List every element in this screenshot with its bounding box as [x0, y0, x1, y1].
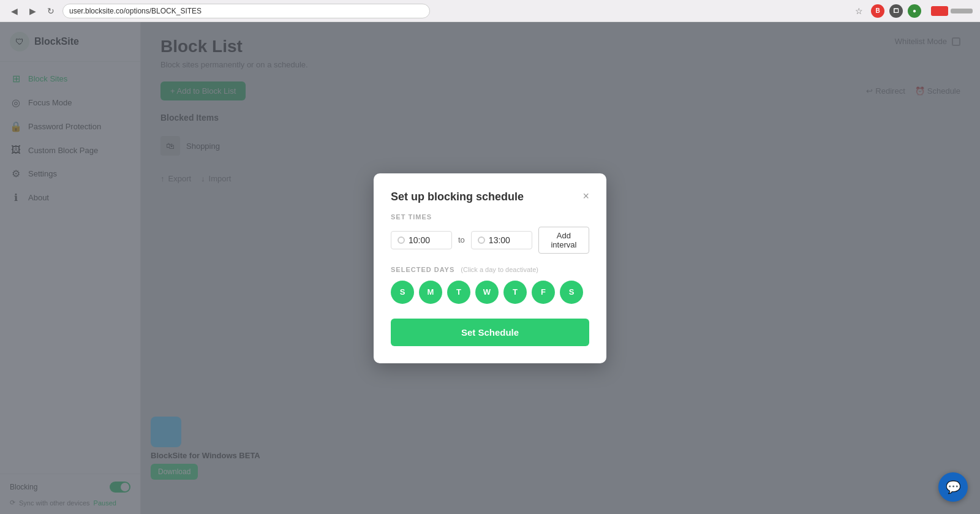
start-time-input[interactable]: [409, 235, 445, 245]
days-row: S M T W T F S: [391, 281, 589, 304]
blocksite-ext-icon: B: [871, 4, 884, 18]
reload-button[interactable]: ↻: [44, 4, 58, 18]
day-thursday-button[interactable]: T: [503, 281, 527, 304]
days-hint: (Click a day to deactivate): [461, 266, 538, 273]
end-time-radio[interactable]: [478, 236, 485, 244]
forward-button[interactable]: ▶: [26, 4, 39, 18]
day-friday-button[interactable]: F: [532, 281, 555, 304]
puzzle-ext-icon: ⧠: [889, 4, 903, 18]
day-tuesday-button[interactable]: T: [447, 281, 470, 304]
start-time-input-wrap: [391, 231, 452, 249]
start-time-radio[interactable]: [398, 236, 405, 244]
gray-bar: [951, 9, 973, 13]
modal-title: Set up blocking schedule: [391, 191, 524, 203]
to-label: to: [458, 235, 465, 244]
modal-header: Set up blocking schedule ×: [391, 191, 589, 203]
bookmark-icon[interactable]: ☆: [851, 4, 866, 18]
red-bar: [931, 6, 948, 16]
day-monday-button[interactable]: M: [419, 281, 442, 304]
set-times-label: SET TIMES: [391, 213, 589, 221]
add-interval-button[interactable]: Add interval: [538, 227, 589, 254]
browser-actions: ☆ B ⧠ ●: [851, 4, 973, 18]
address-bar[interactable]: user.blocksite.co/options/BLOCK_SITES: [62, 4, 430, 18]
user-avatar: ●: [908, 4, 921, 18]
day-saturday-button[interactable]: S: [560, 281, 583, 304]
end-time-input-wrap: [471, 231, 532, 249]
url-text: user.blocksite.co/options/BLOCK_SITES: [69, 7, 202, 15]
close-modal-button[interactable]: ×: [582, 191, 589, 202]
selected-days-label: SELECTED DAYS (Click a day to deactivate…: [391, 266, 589, 273]
chat-widget[interactable]: 💬: [938, 472, 968, 502]
back-button[interactable]: ◀: [7, 4, 21, 18]
time-row: to Add interval: [391, 227, 589, 254]
day-wednesday-button[interactable]: W: [475, 281, 499, 304]
browser-chrome: ◀ ▶ ↻ user.blocksite.co/options/BLOCK_SI…: [0, 0, 980, 22]
end-time-input[interactable]: [489, 235, 526, 245]
app-container: 🛡 BlockSite ⊞ Block Sites ◎ Focus Mode 🔒…: [0, 22, 980, 514]
blocking-schedule-modal: Set up blocking schedule × SET TIMES to …: [374, 173, 606, 363]
day-sunday-button[interactable]: S: [391, 281, 414, 304]
extension-bar: [931, 6, 973, 16]
set-schedule-button[interactable]: Set Schedule: [391, 319, 589, 346]
